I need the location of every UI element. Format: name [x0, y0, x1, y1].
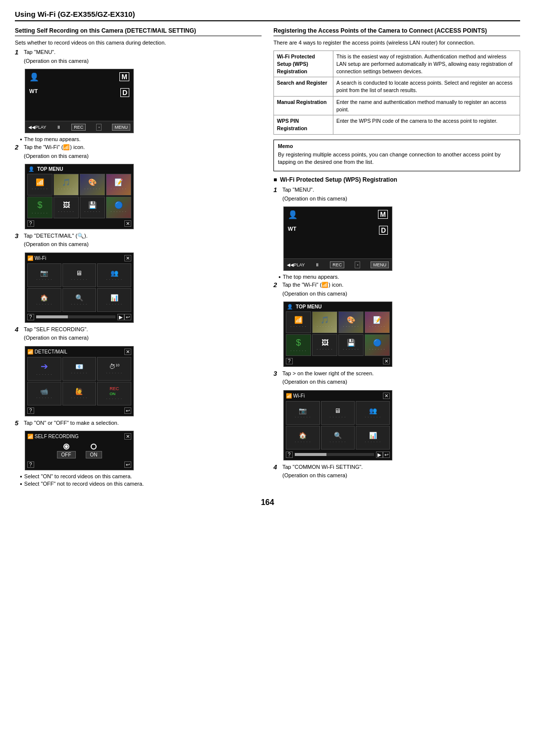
step-2: 2 Tap the "Wi-Fi" (📶) icon. (Operation o…: [15, 144, 262, 161]
topmenu2-q-icon[interactable]: ?: [286, 358, 293, 364]
table-row-wpspin: WPS PIN Registration Enter the WPS PIN c…: [274, 115, 520, 134]
cam-icon-d: D: [120, 88, 129, 97]
page-wrapper: Using Wi-Fi (GZ-EX355/GZ-EX310) Setting …: [15, 10, 520, 507]
off-option[interactable]: OFF: [57, 444, 76, 458]
detect-close-icon[interactable]: ✕: [124, 349, 131, 355]
detect-cell-timer[interactable]: ⏱10 · · · · · ·: [97, 357, 131, 381]
memo-text: By registering multiple access points, y…: [278, 151, 516, 166]
play-button[interactable]: ◀◀PLAY: [28, 125, 46, 130]
wifi-cell-6[interactable]: 📊 · · · · · ·: [97, 288, 131, 312]
detect-header-text: 📶 DETECT/MAIL: [27, 349, 67, 354]
selfrecord-back-icon[interactable]: ↩: [124, 461, 131, 468]
topmenu-cell-wifi[interactable]: 📶 · · · · · ·: [27, 174, 53, 196]
wifi-close-icon[interactable]: ✕: [124, 255, 131, 261]
detect-q-icon[interactable]: ?: [27, 407, 34, 414]
topmenu-cell-1[interactable]: 🎵 · · · · · ·: [54, 174, 79, 196]
on-option[interactable]: ON: [86, 444, 102, 458]
off-radio[interactable]: [63, 444, 69, 450]
question-icon[interactable]: ?: [27, 220, 34, 227]
wifi2-cell-3[interactable]: 👥 · · · · · ·: [356, 401, 390, 425]
step2-sub: (Operation on this camera): [24, 152, 262, 160]
topmenu2-cell-green[interactable]: $ · · · · · ·: [286, 334, 311, 356]
cam2-bottom-bar: ◀◀PLAY ⏸ REC ▪ MENU: [284, 258, 392, 270]
topmenu2-cell-wifi[interactable]: 📶 · · · · · ·: [286, 311, 311, 333]
w2c6-icon: 📊: [369, 432, 377, 439]
cam2-play-button[interactable]: ◀◀PLAY: [287, 262, 305, 267]
table-row-search: Search and Register A search is conducte…: [274, 77, 520, 96]
topmenu2-cell-1[interactable]: 🎵 · · · · · ·: [312, 311, 337, 333]
topmenu-cell-6[interactable]: 🔵 · · · · · ·: [106, 197, 131, 218]
on-radio[interactable]: [91, 444, 97, 450]
topmenu2-cell-2[interactable]: 🎨 · · · · · ·: [338, 311, 364, 333]
wifi2-close-icon[interactable]: ✕: [383, 393, 390, 399]
wifi-grid-2: 📷 · · · · · · 🖥 · · · · · · 👥 · · · · · …: [286, 401, 390, 450]
wifi-grid-1: 📷 · · · · · · 🖥 · · · · · · 👥 · · · · · …: [27, 263, 131, 312]
wifi-cell-3[interactable]: 👥 · · · · · ·: [97, 263, 131, 287]
wps-step4-sub: (Operation on this camera): [282, 472, 520, 479]
forward2-icon[interactable]: ▶: [376, 452, 383, 458]
cam-icon: 📹: [40, 388, 48, 395]
topmenu2-cell-5[interactable]: 💾 · · · · · ·: [338, 334, 364, 356]
bullet-on-text: Select "ON" to record videos on this cam…: [24, 473, 132, 479]
wifi-cell-5[interactable]: 🔍 · · · · · ·: [62, 288, 97, 312]
wifi2-cell-5[interactable]: 🔍 · · · · · ·: [321, 426, 355, 450]
cell2-2-icon: 🎨: [347, 316, 355, 324]
cell6-icon: 🔵: [114, 201, 123, 209]
w2c2-icon: 🖥: [334, 407, 341, 414]
wifi-cell-1[interactable]: 📷 · · · · · ·: [27, 263, 61, 287]
wifi2-q-icon[interactable]: ?: [286, 452, 293, 458]
w2c3-icon: 👥: [369, 407, 377, 414]
back-icon[interactable]: ↩: [124, 314, 131, 320]
topmenu-footer-1: ? ✕: [27, 220, 131, 227]
wifi2-cell-4[interactable]: 🏠 · · · · · ·: [286, 426, 320, 450]
selfrecord-q-icon[interactable]: ?: [27, 461, 34, 468]
off-label[interactable]: OFF: [57, 451, 76, 458]
access-points-table: Wi-Fi Protected Setup (WPS) Registration…: [273, 50, 520, 134]
topmenu-cell-3[interactable]: 📝 · · · · · ·: [106, 174, 131, 196]
manual-value: Enter the name and authentication method…: [333, 96, 520, 115]
wc4-icon: 🏠: [40, 294, 48, 302]
table-row-wps: Wi-Fi Protected Setup (WPS) Registration…: [274, 51, 520, 77]
wifi2-cell-2[interactable]: 🖥 · · · · · ·: [321, 401, 355, 425]
topmenu-cell-4[interactable]: 🖼 · · · · · ·: [54, 197, 79, 218]
detect-cell-person[interactable]: 🙋 · · · · · ·: [62, 382, 97, 405]
topmenu2-cell-4[interactable]: 🖼 · · · · · ·: [312, 334, 337, 356]
step1-sub: (Operation on this camera): [24, 57, 262, 65]
topmenu2-cell-6[interactable]: 🔵 · · · · · ·: [365, 334, 390, 356]
topmenu-cell-2[interactable]: 🎨 · · · · · ·: [80, 174, 105, 196]
detect-cell-cam[interactable]: 📹 · · · · · ·: [27, 382, 61, 405]
close-icon[interactable]: ✕: [124, 220, 131, 227]
detect-cell-arrow[interactable]: ➔ · · · · · ·: [27, 357, 61, 381]
cell1-icon: 🎵: [62, 178, 70, 186]
cam2-menu-button[interactable]: MENU: [371, 261, 389, 268]
page-title: Using Wi-Fi (GZ-EX355/GZ-EX310): [15, 10, 520, 18]
on-label[interactable]: ON: [86, 451, 102, 458]
rec-button[interactable]: REC: [71, 124, 86, 131]
detect-cell-mail[interactable]: 📧 · · · · · ·: [62, 357, 97, 381]
arrow-icon: ➔: [41, 361, 48, 372]
wifi-cell-2[interactable]: 🖥 · · · · · ·: [62, 263, 97, 287]
detect-back-icon[interactable]: ↩: [124, 407, 131, 414]
detect-grid: ➔ · · · · · · 📧 · · · · · · ⏱10 · · · · …: [27, 357, 131, 405]
topmenu2-close-icon[interactable]: ✕: [383, 358, 390, 364]
back2-icon[interactable]: ↩: [383, 452, 390, 458]
wifi-q-icon[interactable]: ?: [27, 314, 34, 320]
topmenu2-cell-3[interactable]: 📝 · · · · · ·: [365, 311, 390, 333]
topmenu-cell-green[interactable]: $ · · · · · ·: [27, 197, 53, 218]
wc2-icon: 🖥: [76, 269, 82, 277]
wifi2-cell-6[interactable]: 📊 · · · · · ·: [356, 426, 390, 450]
cam2-rec-button[interactable]: REC: [330, 261, 344, 268]
detect-cell-rec[interactable]: RECON · · · · · ·: [97, 382, 131, 405]
wps-step2-text: Tap the "Wi-Fi" (📶) icon.: [282, 281, 520, 289]
topmenu-cell-5[interactable]: 💾 · · · · · ·: [80, 197, 105, 218]
topmenu-footer-2: ? ✕: [286, 358, 390, 364]
wifi2-cell-1[interactable]: 📷 · · · · · ·: [286, 401, 320, 425]
forward-icon[interactable]: ▶: [117, 314, 124, 320]
selfrecord-header-text: 📶 SELF RECORDING: [27, 434, 79, 439]
wps-step3-sub: (Operation on this camera): [282, 378, 520, 386]
wifi-cell-4[interactable]: 🏠 · · · · · ·: [27, 288, 61, 312]
selfrecord-close-icon[interactable]: ✕: [124, 433, 131, 440]
menu-button[interactable]: MENU: [112, 124, 130, 131]
memo-title: Memo: [278, 143, 516, 149]
page-number: 164: [15, 498, 520, 507]
